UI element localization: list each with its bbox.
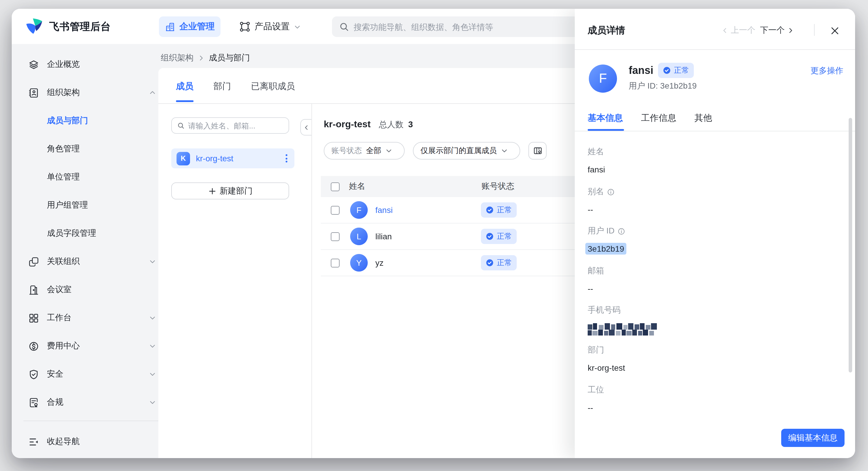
row-checkbox[interactable]: [331, 206, 340, 214]
breadcrumb-chevron-icon: [198, 55, 205, 62]
field-email: 邮箱 --: [588, 266, 604, 293]
sidebar-item-role-management[interactable]: 角色管理: [12, 135, 170, 163]
chevron-left-icon: [721, 27, 728, 34]
sidebar-nav: 企业概览 组织架构 成员与部门 角色管理 单位管理 用户组管理 成员字段管理: [12, 44, 170, 458]
drawer-header-divider: [575, 49, 855, 50]
pixelated-mask: [588, 323, 658, 336]
field-user-id: 用户 ID 3e1b2b19: [588, 226, 625, 253]
next-member-button[interactable]: 下一个: [760, 25, 794, 36]
field-value: fansi: [588, 165, 605, 174]
member-name-link[interactable]: lilian: [375, 232, 392, 241]
sidebar-item-label: 成员字段管理: [47, 228, 156, 239]
sidebar-item-label: 工作台: [47, 313, 141, 323]
direct-members-filter[interactable]: 仅展示部门的直属成员: [413, 142, 520, 160]
dollar-circle-icon: [28, 340, 39, 352]
sidebar-item-billing-center[interactable]: 费用中心: [12, 332, 170, 360]
sidebar-item-compliance[interactable]: 合规: [12, 388, 170, 416]
new-department-label: 新建部门: [220, 186, 252, 196]
close-icon: [829, 25, 840, 36]
sidebar-item-label: 合规: [47, 397, 141, 408]
close-drawer-button[interactable]: [827, 23, 842, 38]
sidebar-item-linked-orgs[interactable]: 关联组织: [12, 248, 170, 276]
dept-more-menu-icon[interactable]: [284, 153, 289, 164]
tab-work-info[interactable]: 工作信息: [641, 113, 676, 124]
profile-user-id: 用户 ID: 3e1b2b19: [629, 81, 697, 92]
sidebar-item-label: 单位管理: [47, 172, 156, 182]
column-header-status: 账号状态: [482, 181, 514, 192]
previous-member-button[interactable]: 上一个: [721, 25, 755, 36]
sidebar-item-label: 角色管理: [47, 144, 156, 154]
tab-product-settings[interactable]: 产品设置: [239, 17, 301, 37]
sidebar-item-meeting-rooms[interactable]: 会议室: [12, 276, 170, 304]
field-phone: 手机号码: [588, 306, 658, 336]
row-checkbox[interactable]: [331, 232, 340, 241]
drawer-tabs-divider: [575, 131, 855, 131]
field-value: --: [588, 403, 604, 412]
status-badge: 正常: [481, 202, 517, 218]
select-all-checkbox[interactable]: [331, 182, 340, 191]
dept-tree-item-kr-org-test[interactable]: K kr-org-test: [171, 148, 294, 168]
tab-basic-info[interactable]: 基本信息: [588, 113, 623, 124]
tab-other[interactable]: 其他: [694, 113, 712, 124]
member-name-link[interactable]: yz: [375, 258, 383, 268]
sidebar-item-company-overview[interactable]: 企业概览: [12, 51, 170, 78]
field-label: 用户 ID: [588, 226, 615, 237]
sidebar-item-label: 费用中心: [47, 341, 141, 351]
sidebar-item-workplace[interactable]: 工作台: [12, 304, 170, 332]
app-title: 飞书管理后台: [49, 20, 111, 33]
field-department: 部门 kr-org-test: [588, 345, 625, 373]
field-name: 姓名 fansi: [588, 147, 605, 174]
chevron-down-icon: [501, 147, 508, 154]
sidebar-item-members-departments[interactable]: 成员与部门: [12, 107, 170, 135]
chevron-down-icon: [149, 371, 156, 378]
door-icon: [28, 284, 39, 295]
column-settings-button[interactable]: [528, 142, 547, 160]
info-icon[interactable]: [618, 227, 625, 235]
sidebar-item-label: 安全: [47, 369, 141, 379]
member-search-input[interactable]: [188, 121, 283, 130]
building-icon: [165, 22, 175, 32]
sidebar-item-label: 用户组管理: [47, 200, 156, 211]
admin-console-window: 组织架构 成员与部门 飞书管理后台 企业管理 产品设置: [12, 9, 855, 458]
app-logo[interactable]: 飞书管理后台: [26, 18, 111, 35]
sidebar-item-security[interactable]: 安全: [12, 360, 170, 388]
collapse-nav-button[interactable]: 收起导航: [12, 428, 170, 456]
profile-avatar: F: [589, 65, 617, 93]
collapse-nav-icon: [28, 436, 39, 447]
edit-basic-info-button[interactable]: 编辑基本信息: [781, 429, 844, 447]
check-circle-icon: [663, 66, 671, 74]
field-alias: 别名 --: [588, 187, 615, 214]
new-department-button[interactable]: 新建部门: [171, 182, 289, 199]
tab-departed-members[interactable]: 已离职成员: [251, 81, 295, 92]
compliance-doc-icon: [28, 397, 39, 408]
sidebar-item-user-group-management[interactable]: 用户组管理: [12, 191, 170, 219]
sidebar-item-org-structure[interactable]: 组织架构: [12, 78, 170, 107]
next-member-label: 下一个: [760, 25, 785, 36]
more-actions-link[interactable]: 更多操作: [810, 66, 843, 76]
profile-name: fansi: [629, 64, 653, 76]
field-label: 手机号码: [588, 305, 620, 316]
sidebar-item-member-field-management[interactable]: 成员字段管理: [12, 219, 170, 248]
collapse-dept-panel-handle[interactable]: [300, 119, 311, 135]
info-icon[interactable]: [607, 188, 615, 196]
member-search-box[interactable]: [171, 117, 289, 134]
tab-enterprise-admin-label: 企业管理: [180, 21, 215, 32]
check-circle-icon: [486, 259, 494, 267]
tab-members[interactable]: 成员: [176, 81, 193, 92]
column-settings-icon: [533, 146, 542, 155]
tab-enterprise-admin[interactable]: 企业管理: [159, 17, 220, 37]
tab-product-settings-label: 产品设置: [254, 21, 290, 32]
link-squares-icon: [28, 256, 39, 268]
breadcrumb-parent[interactable]: 组织架构: [161, 53, 193, 63]
row-checkbox[interactable]: [331, 258, 340, 267]
member-name-link[interactable]: fansi: [375, 205, 393, 215]
avatar: Y: [350, 254, 368, 272]
sidebar-item-label: 组织架构: [47, 87, 141, 98]
tab-departments[interactable]: 部门: [214, 81, 231, 92]
status-badge: 正常: [481, 255, 517, 271]
plus-icon: [208, 187, 216, 195]
field-value: kr-org-test: [588, 363, 625, 373]
drawer-scrollbar[interactable]: [849, 118, 852, 373]
sidebar-item-unit-management[interactable]: 单位管理: [12, 163, 170, 191]
account-status-filter[interactable]: 账号状态 全部: [324, 142, 405, 160]
